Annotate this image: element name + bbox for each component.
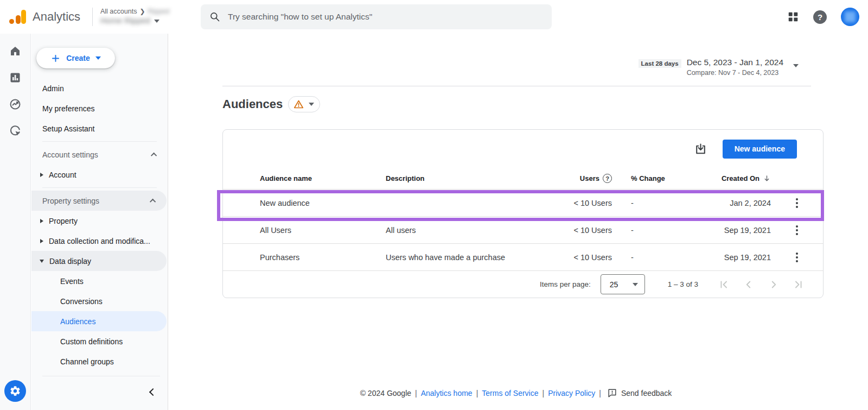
sidebar-item-label: Channel groups — [60, 357, 114, 366]
account-property-picker[interactable]: All accounts ❯ Ripped Home Ripped — [100, 8, 169, 26]
create-button[interactable]: Create — [36, 48, 115, 68]
main-content: Last 28 days Dec 5, 2023 - Jan 1, 2024 C… — [169, 34, 868, 410]
column-created-on[interactable]: Created On — [674, 174, 771, 182]
footer-separator: | — [415, 389, 417, 398]
left-icon-rail — [0, 34, 31, 410]
column-users[interactable]: Users ? — [558, 174, 612, 183]
section-property-settings[interactable]: Property settings — [31, 191, 167, 211]
cell-change: - — [631, 226, 674, 235]
send-feedback-label: Send feedback — [621, 389, 672, 398]
sidebar-item-label: Audiences — [60, 317, 95, 326]
property-name-blurred: Home Ripped — [100, 16, 150, 26]
topbar-divider — [92, 8, 93, 26]
analytics-logo[interactable]: Analytics — [0, 8, 91, 26]
cell-audience-name: All Users — [223, 226, 386, 235]
row-menu-icon[interactable] — [793, 222, 801, 238]
table-row[interactable]: New audience < 10 Users - Jan 2, 2024 — [223, 190, 823, 217]
sidebar-item-conversions[interactable]: Conversions — [31, 291, 168, 311]
date-preset-label: Last 28 days — [639, 59, 681, 68]
cell-created: Sep 19, 2021 — [674, 226, 771, 235]
download-icon[interactable] — [694, 142, 707, 156]
collapse-sidebar-chevron[interactable] — [149, 388, 157, 396]
sort-descending-icon — [763, 174, 771, 182]
advertising-icon[interactable] — [9, 124, 22, 137]
create-label: Create — [66, 54, 90, 62]
sidebar-item-label: Setup Assistant — [42, 124, 95, 133]
search-input[interactable] — [228, 12, 543, 22]
sidebar-item-setup-assistant[interactable]: Setup Assistant — [31, 118, 168, 138]
cell-users: < 10 Users — [558, 199, 612, 207]
sidebar-item-property[interactable]: Property — [31, 211, 168, 231]
copyright-text: © 2024 Google — [360, 389, 411, 398]
cell-description: Users who have made a purchase — [386, 253, 558, 262]
sidebar-item-events[interactable]: Events — [31, 271, 168, 291]
terms-of-service-link[interactable]: Terms of Service — [482, 389, 538, 398]
sidebar-item-label: Data display — [49, 257, 91, 266]
table-header-row: Audience name Description Users ? % Chan… — [223, 168, 823, 190]
sidebar-divider — [42, 187, 157, 188]
column-percent-change[interactable]: % Change — [631, 174, 674, 182]
explore-icon[interactable] — [9, 98, 22, 111]
last-page-icon[interactable] — [793, 279, 805, 291]
sidebar-item-account[interactable]: Account — [31, 165, 168, 185]
sidebar-item-label: Data collection and modifica... — [49, 237, 150, 245]
logo-text: Analytics — [33, 10, 80, 24]
date-range-value: Dec 5, 2023 - Jan 1, 2024 — [687, 58, 783, 67]
sidebar-item-data-collection[interactable]: Data collection and modifica... — [31, 231, 168, 251]
admin-gear-button[interactable] — [4, 380, 26, 402]
sidebar-item-label: Custom definitions — [60, 337, 123, 346]
reports-icon[interactable] — [9, 71, 22, 84]
sidebar-item-label: Conversions — [60, 297, 103, 306]
new-audience-button[interactable]: New audience — [723, 140, 797, 159]
items-per-page-label: Items per page: — [540, 280, 591, 288]
row-menu-icon[interactable] — [793, 195, 801, 211]
sidebar-item-channel-groups[interactable]: Channel groups — [31, 351, 168, 371]
items-per-page-select[interactable]: 25 — [601, 274, 645, 294]
warning-icon — [293, 99, 304, 110]
first-page-icon[interactable] — [718, 279, 730, 291]
sidebar-item-audiences[interactable]: Audiences — [31, 311, 167, 331]
sidebar-item-my-preferences[interactable]: My preferences — [31, 98, 168, 118]
help-circle-icon[interactable]: ? — [603, 174, 612, 183]
sidebar-item-custom-definitions[interactable]: Custom definitions — [31, 331, 168, 351]
footer-separator: | — [476, 389, 478, 398]
sidebar-divider — [42, 376, 160, 376]
previous-page-icon[interactable] — [743, 279, 755, 291]
column-audience-name[interactable]: Audience name — [223, 174, 386, 182]
row-menu-icon[interactable] — [793, 249, 801, 266]
date-range-picker[interactable]: Last 28 days Dec 5, 2023 - Jan 1, 2024 C… — [639, 58, 799, 77]
next-page-icon[interactable] — [768, 279, 780, 291]
sidebar-item-admin[interactable]: Admin — [31, 78, 168, 98]
page-footer: © 2024 Google | Analytics home | Terms o… — [169, 388, 863, 398]
diagnostics-grid-icon[interactable] — [787, 11, 799, 23]
section-label: Property settings — [42, 197, 99, 205]
account-name-blurred: Ripped — [148, 8, 169, 16]
avatar[interactable] — [841, 8, 859, 26]
warning-dropdown[interactable] — [288, 96, 320, 112]
sidebar-divider — [42, 141, 157, 142]
page-title: Audiences — [222, 97, 283, 111]
analytics-home-link[interactable]: Analytics home — [421, 389, 473, 398]
chevron-down-icon — [633, 283, 638, 286]
sidebar-item-data-display[interactable]: Data display — [31, 251, 167, 271]
send-feedback-button[interactable]: Send feedback — [607, 388, 672, 398]
table-row[interactable]: Purchasers Users who have made a purchas… — [223, 244, 823, 271]
home-icon[interactable] — [9, 45, 22, 58]
cell-change: - — [631, 199, 674, 207]
column-description[interactable]: Description — [386, 174, 558, 182]
breadcrumb-chevron-icon: ❯ — [139, 8, 145, 16]
analytics-logo-icon — [9, 8, 27, 26]
sidebar-item-label: Property — [49, 217, 78, 225]
section-label: Account settings — [42, 150, 98, 159]
help-icon[interactable]: ? — [813, 10, 827, 24]
section-account-settings[interactable]: Account settings — [31, 144, 168, 165]
cell-change: - — [631, 253, 674, 262]
avatar-image-blurred — [845, 11, 856, 22]
date-compare-value: Compare: Nov 7 - Dec 4, 2023 — [687, 69, 783, 77]
plus-icon — [50, 53, 61, 64]
cell-description: All users — [386, 226, 558, 235]
chevron-down-icon — [95, 56, 101, 60]
privacy-policy-link[interactable]: Privacy Policy — [548, 389, 595, 398]
table-row[interactable]: All Users All users < 10 Users - Sep 19,… — [223, 217, 823, 244]
search-bar[interactable] — [201, 4, 552, 29]
